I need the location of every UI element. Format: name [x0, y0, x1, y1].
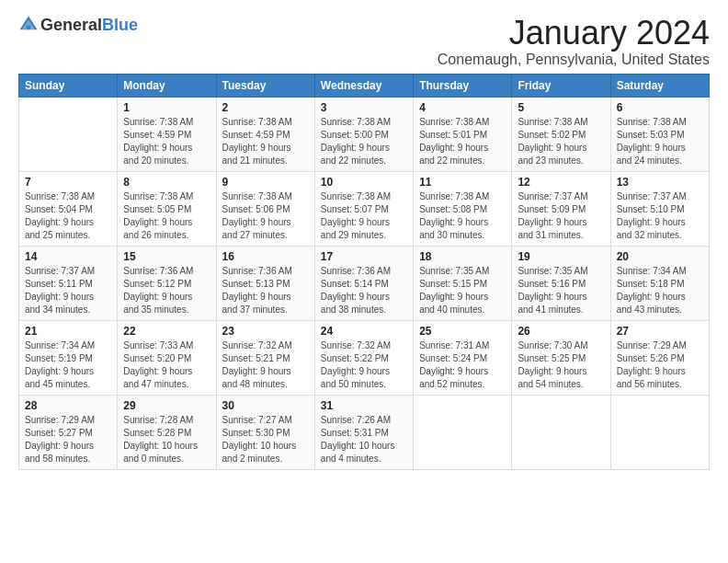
calendar-week-1: 1Sunrise: 7:38 AMSunset: 4:59 PMDaylight… [19, 97, 710, 171]
day-info: Sunrise: 7:38 AMSunset: 5:03 PMDaylight:… [617, 116, 703, 167]
day-info: Sunrise: 7:36 AMSunset: 5:13 PMDaylight:… [222, 265, 309, 316]
day-number: 6 [617, 101, 703, 114]
header: GeneralBlue January 2024 Conemaugh, Penn… [18, 15, 710, 68]
logo-text: GeneralBlue [40, 16, 138, 35]
calendar-cell: 24Sunrise: 7:32 AMSunset: 5:22 PMDayligh… [314, 320, 413, 395]
col-thursday: Thursday [414, 74, 512, 97]
calendar-cell: 5Sunrise: 7:38 AMSunset: 5:02 PMDaylight… [512, 97, 610, 171]
day-info: Sunrise: 7:28 AMSunset: 5:28 PMDaylight:… [123, 414, 210, 465]
day-number: 13 [617, 176, 703, 189]
day-number: 16 [222, 250, 309, 263]
day-number: 12 [518, 176, 604, 189]
calendar-cell: 3Sunrise: 7:38 AMSunset: 5:00 PMDaylight… [314, 97, 413, 171]
day-number: 20 [617, 250, 703, 263]
day-number: 9 [222, 176, 309, 189]
day-info: Sunrise: 7:37 AMSunset: 5:11 PMDaylight:… [25, 265, 111, 316]
day-number: 17 [321, 250, 407, 263]
calendar-cell: 17Sunrise: 7:36 AMSunset: 5:14 PMDayligh… [314, 246, 413, 320]
month-title: January 2024 [438, 15, 710, 52]
day-number: 30 [222, 399, 309, 412]
day-number: 23 [222, 325, 309, 338]
day-number: 31 [321, 399, 407, 412]
calendar-cell: 14Sunrise: 7:37 AMSunset: 5:11 PMDayligh… [19, 246, 118, 320]
calendar-cell: 4Sunrise: 7:38 AMSunset: 5:01 PMDaylight… [414, 97, 512, 171]
calendar-cell: 19Sunrise: 7:35 AMSunset: 5:16 PMDayligh… [512, 246, 610, 320]
day-info: Sunrise: 7:38 AMSunset: 5:06 PMDaylight:… [222, 190, 309, 242]
day-info: Sunrise: 7:30 AMSunset: 5:25 PMDaylight:… [518, 339, 604, 391]
day-number: 19 [518, 250, 604, 263]
calendar-cell: 18Sunrise: 7:35 AMSunset: 5:15 PMDayligh… [414, 246, 512, 320]
calendar-cell: 2Sunrise: 7:38 AMSunset: 4:59 PMDaylight… [216, 97, 314, 171]
day-number: 24 [321, 325, 407, 338]
col-monday: Monday [118, 74, 216, 97]
day-info: Sunrise: 7:38 AMSunset: 5:07 PMDaylight:… [321, 190, 407, 242]
calendar-cell: 13Sunrise: 7:37 AMSunset: 5:10 PMDayligh… [610, 171, 709, 246]
calendar-cell: 20Sunrise: 7:34 AMSunset: 5:18 PMDayligh… [610, 246, 709, 320]
logo-general: General [40, 16, 102, 34]
location-title: Conemaugh, Pennsylvania, United States [438, 52, 710, 68]
calendar-week-5: 28Sunrise: 7:29 AMSunset: 5:27 PMDayligh… [19, 395, 710, 469]
day-number: 2 [222, 101, 309, 114]
day-info: Sunrise: 7:29 AMSunset: 5:27 PMDaylight:… [25, 414, 111, 465]
day-info: Sunrise: 7:38 AMSunset: 5:05 PMDaylight:… [123, 190, 210, 242]
day-info: Sunrise: 7:31 AMSunset: 5:24 PMDaylight:… [419, 339, 506, 391]
day-info: Sunrise: 7:36 AMSunset: 5:14 PMDaylight:… [321, 265, 407, 316]
day-info: Sunrise: 7:32 AMSunset: 5:22 PMDaylight:… [321, 339, 407, 391]
day-info: Sunrise: 7:38 AMSunset: 5:02 PMDaylight:… [518, 116, 604, 167]
day-info: Sunrise: 7:34 AMSunset: 5:19 PMDaylight:… [25, 339, 111, 391]
col-saturday: Saturday [610, 74, 709, 97]
calendar-cell [610, 395, 709, 469]
day-number: 27 [617, 325, 703, 338]
calendar-cell: 28Sunrise: 7:29 AMSunset: 5:27 PMDayligh… [19, 395, 118, 469]
calendar-cell: 8Sunrise: 7:38 AMSunset: 5:05 PMDaylight… [118, 171, 216, 246]
calendar-cell: 11Sunrise: 7:38 AMSunset: 5:08 PMDayligh… [414, 171, 512, 246]
col-tuesday: Tuesday [216, 74, 314, 97]
calendar-cell: 12Sunrise: 7:37 AMSunset: 5:09 PMDayligh… [512, 171, 610, 246]
day-number: 29 [123, 399, 210, 412]
calendar-cell: 7Sunrise: 7:38 AMSunset: 5:04 PMDaylight… [19, 171, 118, 246]
day-info: Sunrise: 7:38 AMSunset: 4:59 PMDaylight:… [123, 116, 210, 167]
day-number: 1 [123, 101, 210, 114]
calendar-cell: 10Sunrise: 7:38 AMSunset: 5:07 PMDayligh… [314, 171, 413, 246]
calendar-cell: 16Sunrise: 7:36 AMSunset: 5:13 PMDayligh… [216, 246, 314, 320]
day-number: 7 [25, 176, 111, 189]
svg-rect-2 [27, 26, 30, 29]
calendar-cell: 22Sunrise: 7:33 AMSunset: 5:20 PMDayligh… [118, 320, 216, 395]
day-number: 25 [419, 325, 506, 338]
calendar-cell: 21Sunrise: 7:34 AMSunset: 5:19 PMDayligh… [19, 320, 118, 395]
day-info: Sunrise: 7:27 AMSunset: 5:30 PMDaylight:… [222, 414, 309, 465]
logo-icon [18, 15, 39, 35]
day-info: Sunrise: 7:29 AMSunset: 5:26 PMDaylight:… [617, 339, 703, 391]
day-info: Sunrise: 7:38 AMSunset: 5:04 PMDaylight:… [25, 190, 111, 242]
calendar-week-2: 7Sunrise: 7:38 AMSunset: 5:04 PMDaylight… [19, 171, 710, 246]
day-info: Sunrise: 7:38 AMSunset: 5:00 PMDaylight:… [321, 116, 407, 167]
logo: GeneralBlue [18, 15, 138, 35]
day-number: 5 [518, 101, 604, 114]
day-info: Sunrise: 7:33 AMSunset: 5:20 PMDaylight:… [123, 339, 210, 391]
day-number: 11 [419, 176, 506, 189]
calendar-week-3: 14Sunrise: 7:37 AMSunset: 5:11 PMDayligh… [19, 246, 710, 320]
header-row: Sunday Monday Tuesday Wednesday Thursday… [19, 74, 710, 97]
calendar-cell: 30Sunrise: 7:27 AMSunset: 5:30 PMDayligh… [216, 395, 314, 469]
day-info: Sunrise: 7:26 AMSunset: 5:31 PMDaylight:… [321, 414, 407, 465]
day-info: Sunrise: 7:38 AMSunset: 4:59 PMDaylight:… [222, 116, 309, 167]
day-number: 4 [419, 101, 506, 114]
day-number: 8 [123, 176, 210, 189]
day-info: Sunrise: 7:37 AMSunset: 5:10 PMDaylight:… [617, 190, 703, 242]
calendar-cell: 27Sunrise: 7:29 AMSunset: 5:26 PMDayligh… [610, 320, 709, 395]
day-info: Sunrise: 7:37 AMSunset: 5:09 PMDaylight:… [518, 190, 604, 242]
calendar-cell: 23Sunrise: 7:32 AMSunset: 5:21 PMDayligh… [216, 320, 314, 395]
title-block: January 2024 Conemaugh, Pennsylvania, Un… [438, 15, 710, 68]
day-info: Sunrise: 7:38 AMSunset: 5:01 PMDaylight:… [419, 116, 506, 167]
calendar-cell: 9Sunrise: 7:38 AMSunset: 5:06 PMDaylight… [216, 171, 314, 246]
calendar-cell: 15Sunrise: 7:36 AMSunset: 5:12 PMDayligh… [118, 246, 216, 320]
calendar-cell: 25Sunrise: 7:31 AMSunset: 5:24 PMDayligh… [414, 320, 512, 395]
calendar-cell [19, 97, 118, 171]
calendar-week-4: 21Sunrise: 7:34 AMSunset: 5:19 PMDayligh… [19, 320, 710, 395]
calendar-cell: 31Sunrise: 7:26 AMSunset: 5:31 PMDayligh… [314, 395, 413, 469]
day-info: Sunrise: 7:36 AMSunset: 5:12 PMDaylight:… [123, 265, 210, 316]
calendar-container: GeneralBlue January 2024 Conemaugh, Penn… [0, 0, 728, 479]
logo-blue: Blue [102, 16, 138, 34]
day-info: Sunrise: 7:35 AMSunset: 5:15 PMDaylight:… [419, 265, 506, 316]
calendar-table: Sunday Monday Tuesday Wednesday Thursday… [18, 74, 710, 470]
